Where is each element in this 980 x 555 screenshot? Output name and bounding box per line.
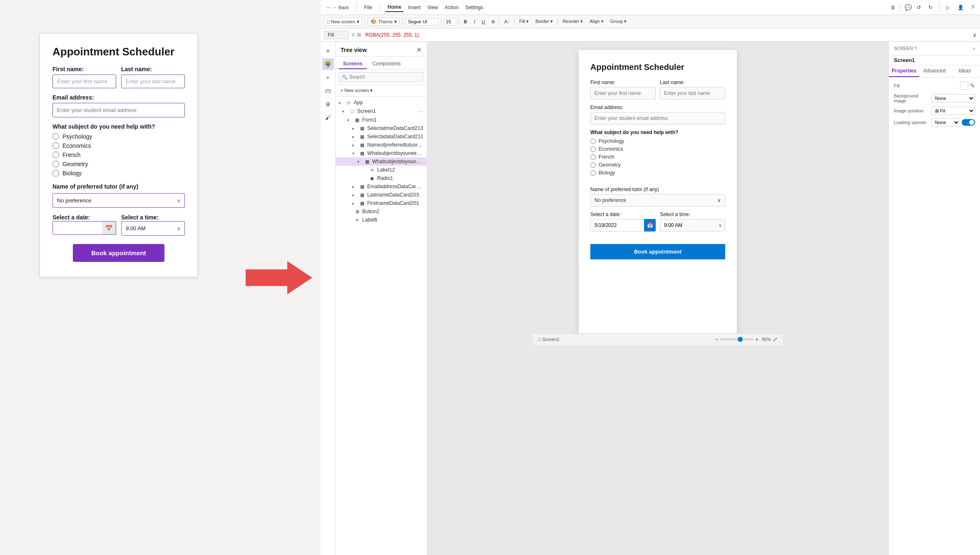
tree-view-button[interactable]: 🌳: [322, 58, 334, 70]
screens-tab[interactable]: Screens: [339, 59, 367, 69]
expand-button[interactable]: ⤢: [773, 336, 778, 343]
canvas-book-appointment-button[interactable]: Book appointment: [590, 244, 725, 259]
action-tab[interactable]: Action: [442, 3, 461, 12]
new-screen-dropdown[interactable]: □ New screen ▾: [324, 17, 362, 26]
canvas-radio-psychology[interactable]: Psychology: [590, 138, 725, 144]
underline-button[interactable]: U: [480, 18, 487, 25]
lastname-input[interactable]: [121, 75, 185, 88]
side-icons-panel: ≡ 🌳 + 🗃 🖥 🖌: [321, 42, 336, 555]
tree-item-emailaddress[interactable]: ▸ ▦ EmailaddressDataCard205: [336, 182, 427, 191]
canvas-radio-biology[interactable]: Biology: [590, 170, 725, 176]
font-size-input[interactable]: [444, 18, 456, 25]
home-tab[interactable]: Home: [385, 3, 404, 12]
tree-item-radio1[interactable]: ◉ Radio1: [336, 174, 427, 182]
properties-tab[interactable]: Properties: [889, 65, 919, 77]
tree-item-label12[interactable]: ≡ Label12: [336, 166, 427, 174]
prop-loading-spinner-select[interactable]: None: [931, 118, 960, 127]
new-screen-button[interactable]: + New screen ▾: [339, 87, 374, 94]
prop-panel-expand-button[interactable]: ›: [973, 45, 975, 52]
prop-fill-edit-button[interactable]: ✎: [970, 82, 975, 89]
tree-item-app[interactable]: ▸ ▷ App: [336, 98, 427, 107]
tree-item-nameoftutor[interactable]: ▸ ▦ NameofpreferredtutuorDataCard...: [336, 141, 427, 149]
tree-item-label8[interactable]: ≡ Label8: [336, 216, 427, 224]
border-button[interactable]: Border ▾: [533, 18, 555, 25]
formula-property[interactable]: Fill: [324, 31, 349, 39]
group-button[interactable]: Group ▾: [608, 18, 629, 25]
theme-dropdown[interactable]: 🎨 Theme ▾: [368, 17, 400, 26]
canvas-radio-french[interactable]: French: [590, 154, 725, 160]
font-size-increase-button[interactable]: A↑: [502, 18, 512, 25]
formula-input[interactable]: [366, 32, 970, 38]
advanced-tab[interactable]: Advanced: [919, 65, 950, 77]
email-input[interactable]: [52, 103, 185, 117]
redo-button[interactable]: ↻: [926, 3, 935, 12]
canvas-lastname-input[interactable]: [660, 87, 725, 100]
undo-button[interactable]: ↺: [914, 3, 923, 12]
loading-spinner-toggle[interactable]: [962, 119, 975, 126]
formula-expand-icon[interactable]: ∨: [973, 32, 977, 38]
file-button[interactable]: File: [362, 3, 375, 12]
data-button[interactable]: 🗃: [322, 85, 334, 97]
time-dropdown[interactable]: 9:00 AM: [121, 221, 185, 236]
tree-item-screen1[interactable]: ▾ □ Screen1 ···: [336, 107, 427, 116]
time-dropdown-wrapper: 9:00 AM ∨: [121, 221, 185, 236]
monitor-button[interactable]: 🖥: [322, 98, 334, 110]
fill-button[interactable]: Fill ▾: [517, 18, 531, 25]
canvas-radio-label-psychology: Psychology: [599, 138, 624, 144]
zoom-in-button[interactable]: +: [755, 336, 759, 343]
back-button[interactable]: ← ← Back: [324, 3, 351, 12]
align-button[interactable]: Align ▾: [587, 18, 606, 25]
prop-fill-color-box[interactable]: [960, 82, 968, 90]
bold-button[interactable]: B: [462, 18, 469, 25]
zoom-out-button[interactable]: −: [715, 336, 719, 343]
play-button[interactable]: ▷: [944, 3, 953, 12]
canvas-radio-geometry[interactable]: Geometry: [590, 162, 725, 168]
radio-geometry[interactable]: Geometry: [52, 161, 185, 167]
tutor-dropdown[interactable]: No preference: [52, 193, 185, 208]
tree-search-input[interactable]: [339, 72, 423, 82]
prop-image-position-select[interactable]: ⊞ Fit: [931, 107, 975, 115]
reorder-button[interactable]: Reorder ▾: [560, 18, 585, 25]
toolbar-comment-icon[interactable]: 💬: [905, 4, 912, 11]
screen1-ellipsis[interactable]: ···: [418, 108, 423, 114]
tree-item-selectadata[interactable]: ▸ ▦ SelectadataDataCard211: [336, 132, 427, 141]
font-input[interactable]: [405, 18, 438, 25]
tree-item-whatsubject[interactable]: ▾ ▦ WhatsubjectdoyouneedDataCard...: [336, 149, 427, 157]
zoom-slider[interactable]: [720, 338, 754, 340]
canvas-radio-economics[interactable]: Economics: [590, 146, 725, 152]
tree-item-lastname[interactable]: ▸ ▦ LastnameDataCard203: [336, 191, 427, 199]
canvas-calendar-icon[interactable]: 📅: [644, 219, 656, 231]
view-tab[interactable]: View: [425, 3, 440, 12]
ideas-tab[interactable]: Ideas: [950, 65, 980, 77]
tree-close-button[interactable]: ✕: [416, 46, 422, 54]
components-tab[interactable]: Components: [368, 59, 405, 69]
calendar-icon[interactable]: 📅: [102, 221, 116, 235]
screen-help-icon[interactable]: ?: [914, 46, 917, 51]
insert-tab[interactable]: Insert: [405, 3, 423, 12]
tree-item-selectatime[interactable]: ▸ ▦ SelectatimeDataCard213: [336, 124, 427, 132]
tree-item-firstname[interactable]: ▸ ▦ FirstnameDataCard201: [336, 199, 427, 207]
canvas-tutor-dropdown[interactable]: No preference ∨: [590, 194, 725, 207]
canvas-email-input[interactable]: [590, 112, 725, 124]
tree-item-form1[interactable]: ▾ ▦ Form1: [336, 116, 427, 124]
canvas-time-dropdown[interactable]: 9:00 AM: [660, 219, 725, 231]
radio-psychology[interactable]: Psychology: [52, 133, 185, 140]
settings-tab[interactable]: Settings: [463, 3, 485, 12]
radio-french[interactable]: French: [52, 152, 185, 158]
tree-item-whatsubjectvert[interactable]: ▾ ▦ Whatsubjectdoyouneed1124Ve...: [336, 157, 427, 166]
canvas-firstname-input[interactable]: [590, 87, 656, 100]
add-button[interactable]: +: [322, 72, 334, 83]
strikethrough-button[interactable]: S: [490, 18, 497, 25]
brush-button[interactable]: 🖌: [322, 112, 334, 123]
tree-item-button2[interactable]: ⊞ Button2: [336, 207, 427, 216]
italic-button[interactable]: I: [472, 18, 477, 25]
book-appointment-button[interactable]: Book appointment: [73, 244, 164, 262]
person-button[interactable]: 👤: [955, 3, 966, 12]
help-button[interactable]: ?: [969, 3, 977, 12]
date-label: Select a date:: [52, 214, 90, 221]
hamburger-menu-button[interactable]: ≡: [322, 45, 334, 57]
firstname-input[interactable]: [52, 75, 116, 88]
radio-economics[interactable]: Economics: [52, 142, 185, 149]
radio-biology[interactable]: Biology: [52, 170, 185, 177]
prop-background-image-select[interactable]: None: [931, 94, 975, 102]
